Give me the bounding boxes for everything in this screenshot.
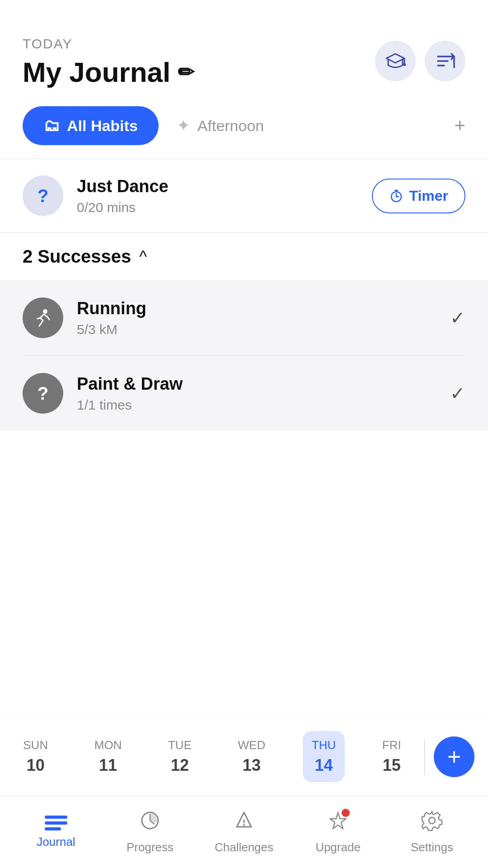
running-info: Running 5/3 kM <box>77 299 436 337</box>
nav-challenges[interactable]: Challenges <box>197 810 291 854</box>
svg-point-17 <box>243 824 245 826</box>
nav-settings[interactable]: Settings <box>385 810 479 854</box>
cal-day-thu[interactable]: THU 14 <box>303 731 345 782</box>
running-progress: 5/3 kM <box>77 322 436 337</box>
running-icon <box>23 297 63 338</box>
all-habits-label: All Habits <box>67 117 138 135</box>
running-habit[interactable]: Running 5/3 kM ✓ <box>0 280 488 355</box>
calendar-strip: SUN 10 MON 11 TUE 12 WED 13 THU 14 FRI 1… <box>0 717 488 796</box>
nav-journal[interactable]: Journal <box>9 816 103 849</box>
paint-draw-progress: 1/1 times <box>77 397 436 413</box>
challenges-icon <box>233 810 255 836</box>
all-habits-button[interactable]: 🗂 All Habits <box>23 106 159 145</box>
cal-fri-num: 15 <box>383 756 401 775</box>
paint-draw-info: Paint & Draw 1/1 times <box>77 374 436 413</box>
filter-bar: 🗂 All Habits ✦ Afternoon + <box>0 102 488 159</box>
svg-point-11 <box>43 309 47 314</box>
add-filter-button[interactable]: + <box>454 115 465 137</box>
cal-day-wed[interactable]: WED 13 <box>229 731 275 782</box>
cal-fri-name: FRI <box>382 738 401 752</box>
cal-sun-num: 10 <box>27 756 45 775</box>
successes-title: 2 Successes <box>23 246 131 267</box>
sun-icon: ✦ <box>177 116 190 135</box>
paint-draw-icon: ? <box>23 373 63 414</box>
success-section: Running 5/3 kM ✓ ? Paint & Draw 1/1 time… <box>0 280 488 431</box>
running-checkmark: ✓ <box>450 307 465 328</box>
edit-icon[interactable]: ✏ <box>178 61 194 84</box>
svg-point-19 <box>429 817 435 824</box>
journal-title: My Journal ✏ <box>23 56 194 88</box>
upgrade-icon <box>327 810 349 836</box>
afternoon-label: Afternoon <box>197 117 264 135</box>
successes-chevron[interactable]: ^ <box>139 247 147 266</box>
nav-upgrade-label: Upgrade <box>315 840 361 854</box>
today-label: TODAY <box>23 36 194 52</box>
settings-icon <box>421 810 443 836</box>
just-dance-icon: ? <box>23 175 63 216</box>
cal-thu-num: 14 <box>314 756 333 775</box>
calendar-days: SUN 10 MON 11 TUE 12 WED 13 THU 14 FRI 1… <box>0 731 424 782</box>
sort-button[interactable] <box>425 41 465 81</box>
cal-thu-name: THU <box>312 738 336 752</box>
paint-draw-checkmark: ✓ <box>450 383 465 404</box>
upgrade-badge-dot <box>342 809 350 817</box>
cal-tue-name: TUE <box>168 738 192 752</box>
header-actions <box>375 41 465 81</box>
nav-journal-label: Journal <box>37 835 75 849</box>
timer-button[interactable]: Timer <box>372 179 465 213</box>
nav-upgrade[interactable]: Upgrade <box>291 810 385 854</box>
just-dance-progress: 0/20 mins <box>77 200 358 215</box>
cal-day-sun[interactable]: SUN 10 <box>14 731 57 782</box>
afternoon-filter[interactable]: ✦ Afternoon <box>177 116 264 135</box>
journal-icon <box>45 816 67 830</box>
paint-draw-habit[interactable]: ? Paint & Draw 1/1 times ✓ <box>0 356 488 431</box>
successes-header: 2 Successes ^ <box>0 233 488 280</box>
cal-divider <box>424 739 425 775</box>
paint-draw-name: Paint & Draw <box>77 374 436 394</box>
cal-mon-num: 11 <box>99 756 117 775</box>
cal-day-fri[interactable]: FRI 15 <box>373 731 410 782</box>
header: TODAY My Journal ✏ <box>0 0 488 102</box>
cal-wed-name: WED <box>238 738 266 752</box>
add-icon: + <box>447 745 461 769</box>
nav-challenges-label: Challenges <box>215 840 273 854</box>
cal-day-tue[interactable]: TUE 12 <box>159 731 201 782</box>
header-left: TODAY My Journal ✏ <box>23 36 194 88</box>
cal-wed-num: 13 <box>243 756 261 775</box>
just-dance-name: Just Dance <box>77 177 358 196</box>
just-dance-habit: ? Just Dance 0/20 mins Timer <box>0 159 488 232</box>
inbox-icon: 🗂 <box>43 116 60 135</box>
cal-sun-name: SUN <box>23 738 48 752</box>
nav-progress[interactable]: Progress <box>103 810 197 854</box>
add-habit-button[interactable]: + <box>434 736 474 777</box>
cal-tue-num: 12 <box>171 756 189 775</box>
just-dance-info: Just Dance 0/20 mins <box>77 177 358 215</box>
timer-label: Timer <box>409 188 448 204</box>
svg-point-1 <box>403 63 406 66</box>
progress-icon <box>139 810 161 836</box>
journal-title-text: My Journal <box>23 56 170 88</box>
cal-mon-name: MON <box>94 738 122 752</box>
running-name: Running <box>77 299 436 318</box>
bottom-nav: Journal Progress Challenges <box>0 796 488 868</box>
nav-progress-label: Progress <box>127 840 174 854</box>
cal-day-mon[interactable]: MON 11 <box>85 731 131 782</box>
graduation-button[interactable] <box>375 41 416 81</box>
nav-settings-label: Settings <box>411 840 453 854</box>
